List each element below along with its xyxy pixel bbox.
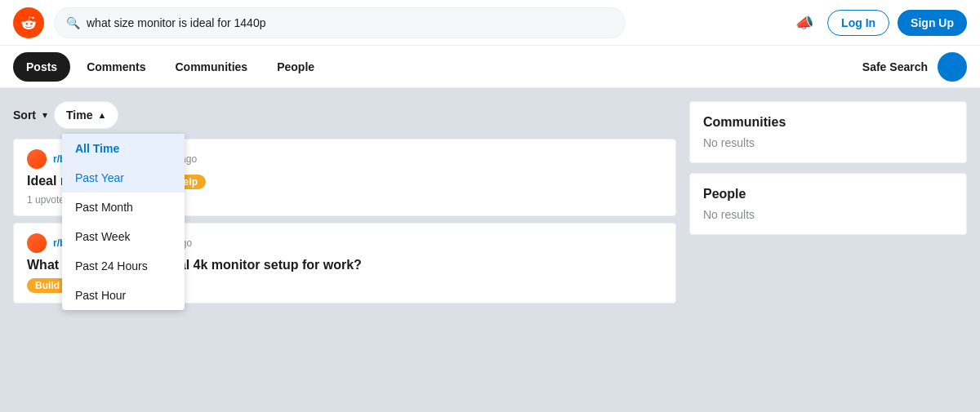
left-column: Sort ▾ Time ▲ All Time Past Year Past Mo… <box>13 101 676 399</box>
tab-comments[interactable]: Comments <box>74 52 158 82</box>
dropdown-item-all-time[interactable]: All Time <box>62 134 185 163</box>
dropdown-item-past-hour[interactable]: Past Hour <box>62 281 185 310</box>
time-filter-button[interactable]: Time ▲ <box>54 101 118 129</box>
announcement-icon: 📣 <box>795 14 813 32</box>
dropdown-item-past-year[interactable]: Past Year <box>62 163 185 193</box>
tab-posts[interactable]: Posts <box>13 52 70 82</box>
sort-label: Sort <box>13 109 36 122</box>
header-right: 📣 Log In Sign Up <box>790 8 967 38</box>
tab-communities[interactable]: Communities <box>162 52 261 82</box>
communities-empty: No results <box>703 136 953 149</box>
people-empty: No results <box>703 208 953 221</box>
dropdown-item-past-month[interactable]: Past Month <box>62 193 185 222</box>
safe-search-toggle[interactable] <box>938 52 967 82</box>
content: Sort ▾ Time ▲ All Time Past Year Past Mo… <box>0 88 980 412</box>
communities-card: Communities No results <box>689 101 967 163</box>
login-button[interactable]: Log In <box>827 10 889 36</box>
time-filter-label: Time <box>66 109 92 122</box>
signup-button[interactable]: Sign Up <box>898 10 967 36</box>
safe-search-label: Safe Search <box>862 60 928 73</box>
announcement-button[interactable]: 📣 <box>790 8 819 38</box>
time-arrow-icon: ▲ <box>97 110 106 120</box>
people-card: People No results <box>689 173 967 235</box>
time-dropdown: All Time Past Year Past Month Past Week … <box>62 134 185 310</box>
communities-title: Communities <box>703 115 953 130</box>
search-bar[interactable]: 🔍 what size monitor is ideal for 1440p <box>54 7 626 38</box>
dropdown-item-past-week[interactable]: Past Week <box>62 222 185 251</box>
tab-people[interactable]: People <box>264 52 327 82</box>
header: 🔍 what size monitor is ideal for 1440p 📣… <box>0 0 980 46</box>
people-title: People <box>703 187 953 202</box>
search-input: what size monitor is ideal for 1440p <box>87 16 265 29</box>
tabs-bar: Posts Comments Communities People Safe S… <box>0 46 980 88</box>
reddit-logo[interactable] <box>13 7 44 38</box>
avatar-1 <box>27 149 47 169</box>
avatar-2 <box>27 233 47 253</box>
sort-row: Sort ▾ Time ▲ All Time Past Year Past Mo… <box>13 101 676 129</box>
dropdown-item-past-24h[interactable]: Past 24 Hours <box>62 251 185 281</box>
right-column: Communities No results People No results <box>689 101 967 399</box>
sort-arrow-icon: ▾ <box>42 109 47 121</box>
search-icon: 🔍 <box>66 16 80 29</box>
